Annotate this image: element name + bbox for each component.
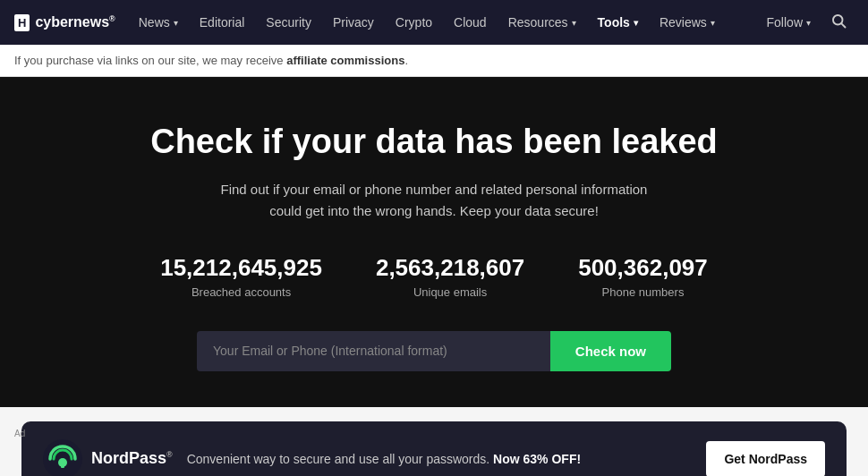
chevron-down-icon: ▾ (634, 18, 638, 28)
chevron-down-icon: ▾ (806, 18, 811, 28)
logo[interactable]: H cybernews® (14, 14, 115, 31)
hero-subtitle: Find out if your email or phone number a… (219, 179, 649, 222)
svg-line-1 (841, 23, 845, 27)
follow-button[interactable]: Follow▾ (758, 0, 820, 45)
nordpass-icon (43, 439, 82, 476)
email-phone-input[interactable] (197, 331, 550, 371)
stat-label-phones: Phone numbers (578, 285, 708, 299)
nav-item-editorial[interactable]: Editorial (191, 0, 254, 45)
nav-item-resources[interactable]: Resources▾ (499, 0, 585, 45)
chevron-down-icon: ▾ (572, 18, 576, 28)
stat-number-breached: 15,212,645,925 (160, 254, 322, 282)
nordpass-brand-name: NordPass® (91, 449, 173, 468)
ad-text: Convenient way to secure and use all you… (187, 452, 693, 466)
stat-number-phones: 500,362,097 (578, 254, 708, 282)
nav-item-news[interactable]: News▾ (130, 0, 187, 45)
search-box: Check now (197, 331, 671, 371)
nav-item-tools[interactable]: Tools▾ (589, 0, 647, 45)
stat-label-emails: Unique emails (376, 285, 524, 299)
chevron-down-icon: ▾ (174, 18, 178, 28)
affiliate-bar: If you purchase via links on our site, w… (0, 45, 868, 77)
logo-icon: H (14, 14, 30, 31)
hero-title: Check if your data has been leaked (18, 122, 850, 163)
stats-container: 15,212,645,925 Breached accounts 2,563,2… (18, 254, 850, 299)
logo-text: cybernews® (35, 14, 115, 30)
hero-section: Check if your data has been leaked Find … (0, 77, 868, 407)
stat-number-emails: 2,563,218,607 (376, 254, 524, 282)
nav-item-crypto[interactable]: Crypto (387, 0, 441, 45)
search-button[interactable] (823, 13, 854, 33)
nav-item-privacy[interactable]: Privacy (324, 0, 383, 45)
stat-label-breached: Breached accounts (160, 285, 322, 299)
nordpass-cta-button[interactable]: Get NordPass (706, 441, 825, 476)
ad-banner: NordPass® Convenient way to secure and u… (21, 421, 847, 476)
nordpass-logo: NordPass® (43, 439, 173, 476)
navbar: H cybernews® News▾ Editorial Security Pr… (0, 0, 868, 45)
ad-label: Ad (14, 429, 25, 438)
chevron-down-icon: ▾ (711, 18, 715, 28)
nav-item-reviews[interactable]: Reviews▾ (651, 0, 724, 45)
nav-item-security[interactable]: Security (257, 0, 320, 45)
stat-breached-accounts: 15,212,645,925 Breached accounts (160, 254, 322, 299)
stat-phone-numbers: 500,362,097 Phone numbers (578, 254, 708, 299)
nav-item-cloud[interactable]: Cloud (445, 0, 496, 45)
svg-rect-4 (61, 463, 64, 468)
check-now-button[interactable]: Check now (550, 331, 671, 371)
ad-banner-wrapper: Ad NordPass® Convenient way to secure an… (7, 421, 861, 476)
stat-unique-emails: 2,563,218,607 Unique emails (376, 254, 524, 299)
